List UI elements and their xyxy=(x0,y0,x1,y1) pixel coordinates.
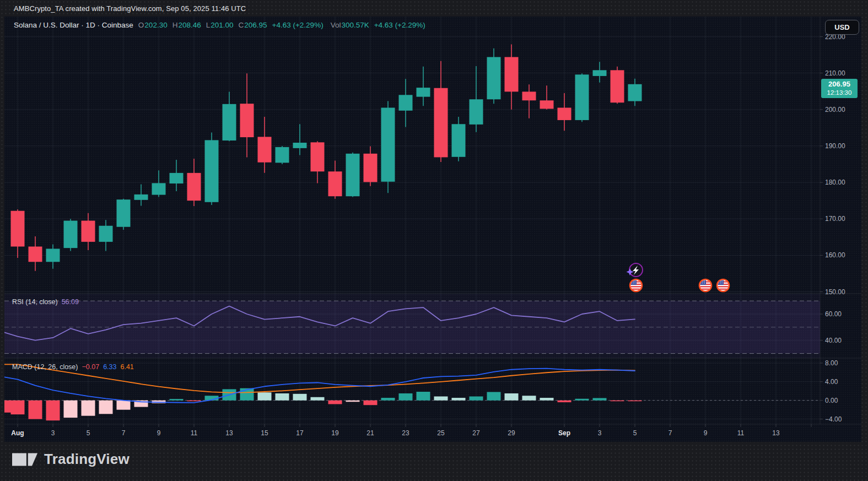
symbol-title: Solana / U.S. Dollar · 1D · Coinbase xyxy=(14,21,133,29)
time-tick-label: 27 xyxy=(472,429,479,437)
tradingview-logo-icon xyxy=(12,451,37,468)
symbol-info-bar[interactable]: Solana / U.S. Dollar · 1D · Coinbase O20… xyxy=(14,21,425,29)
time-scale[interactable] xyxy=(4,424,820,442)
macd-tick-label: 0.00 xyxy=(825,397,838,404)
time-tick-label: 15 xyxy=(261,429,268,437)
time-tick-label: 23 xyxy=(402,429,409,437)
macd-tick-label: 4.00 xyxy=(825,378,838,386)
time-tick-label: Sep xyxy=(558,429,570,437)
high-value: H208.46 xyxy=(172,21,201,29)
last-price-badge: 206.95 12:13:30 xyxy=(821,79,858,98)
close-value: C206.95 xyxy=(239,21,267,29)
time-tick-label: 17 xyxy=(296,429,303,437)
tradingview-logo-text: TradingView xyxy=(44,451,130,468)
time-tick-label: 3 xyxy=(598,429,602,437)
tradingview-snapshot-page: AMBCrypto_TA created with TradingView.co… xyxy=(0,0,868,481)
low-value: L201.00 xyxy=(206,21,234,29)
volume-change-value: +4.63 (+2.29%) xyxy=(374,21,425,29)
time-tick-label: 11 xyxy=(191,429,197,437)
time-tick-label: 5 xyxy=(87,429,90,437)
rsi-tick-label: 60.00 xyxy=(825,310,842,318)
change-value: +4.63 (+2.29%) xyxy=(272,21,324,29)
time-tick-label: 13 xyxy=(772,429,779,437)
rsi-tick-label: 40.00 xyxy=(825,337,842,344)
price-tick-label: 160.00 xyxy=(825,251,845,259)
price-tick-label: 180.00 xyxy=(825,179,845,186)
time-tick-label: 21 xyxy=(366,429,374,437)
price-tick-label: 170.00 xyxy=(825,215,845,223)
price-tick-label: 200.00 xyxy=(825,106,845,114)
time-tick-label: 5 xyxy=(633,429,637,437)
macd-signal-value: 6.41 xyxy=(120,363,133,371)
attribution-text: AMBCrypto_TA created with TradingView.co… xyxy=(14,4,246,13)
time-tick-label: Aug xyxy=(11,429,24,437)
volume-value: Vol300.57K xyxy=(331,21,369,29)
time-tick-label: 25 xyxy=(437,429,444,437)
macd-line-value: 6.33 xyxy=(103,363,116,371)
macd-indicator-label[interactable]: MACD (12, 26, close) −0.07 6.33 6.41 xyxy=(12,363,134,371)
price-tick-label: 190.00 xyxy=(825,142,845,150)
currency-usd-button[interactable]: USD xyxy=(825,20,859,35)
time-tick-label: 29 xyxy=(508,429,515,437)
price-pane[interactable] xyxy=(4,34,820,294)
open-value: O202.30 xyxy=(138,21,168,29)
macd-tick-label: 8.00 xyxy=(825,359,838,367)
time-tick-label: 11 xyxy=(737,429,744,437)
price-tick-label: 150.00 xyxy=(825,288,845,296)
bar-countdown: 12:13:30 xyxy=(827,89,852,96)
macd-tick-label: −4.00 xyxy=(825,415,842,423)
rsi-value: 56.09 xyxy=(62,298,79,306)
time-tick-label: 13 xyxy=(225,429,233,437)
price-tick-label: 210.00 xyxy=(825,69,845,77)
time-tick-label: 7 xyxy=(668,429,672,437)
time-tick-label: 3 xyxy=(51,429,55,437)
rsi-pane[interactable] xyxy=(4,294,820,358)
time-tick-label: 9 xyxy=(157,429,161,437)
time-tick-label: 9 xyxy=(704,429,708,437)
time-tick-label: 19 xyxy=(331,429,338,437)
rsi-indicator-label[interactable]: RSI (14, close) 56.09 xyxy=(12,298,79,306)
time-tick-label: 7 xyxy=(122,429,126,437)
last-price: 206.95 xyxy=(828,80,850,89)
tradingview-logo[interactable]: TradingView xyxy=(12,451,130,468)
macd-hist-value: −0.07 xyxy=(82,363,99,371)
